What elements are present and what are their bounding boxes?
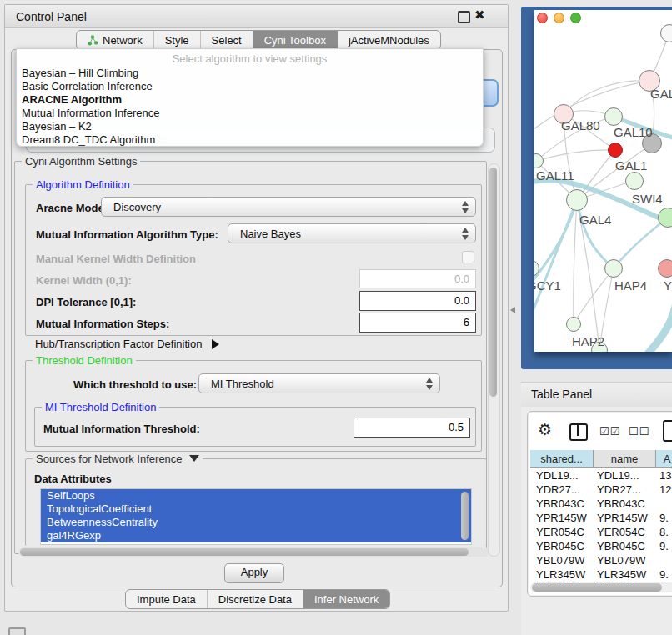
column-header-name[interactable]: name xyxy=(594,450,656,468)
settings-horizontal-scrollbar-track[interactable] xyxy=(18,548,489,557)
mi-type-combo[interactable]: Naive Bayes xyxy=(228,223,476,243)
tab-impute-data[interactable]: Impute Data xyxy=(126,590,208,608)
threshold-definition-title: Threshold Definition xyxy=(33,354,136,367)
dropdown-item-bayesian-k2[interactable]: Bayesian – K2 xyxy=(17,120,483,133)
table-cell[interactable]: YER054C xyxy=(536,525,591,539)
tab-jactivemnodules[interactable]: jActiveMNodules xyxy=(338,31,440,49)
table-cell[interactable]: YBR045C xyxy=(597,539,652,553)
table-cell[interactable]: 12 xyxy=(659,482,672,497)
tab-infer-network[interactable]: Infer Network xyxy=(303,590,389,608)
table-horizontal-scrollbar-track[interactable] xyxy=(530,582,672,592)
algorithm-combo-focused-fragment[interactable] xyxy=(482,79,499,107)
network-node-gal1[interactable] xyxy=(625,172,644,190)
which-threshold-label: Which threshold to use: xyxy=(73,378,197,391)
node-label-y: Y xyxy=(664,278,672,292)
network-canvas[interactable]: GAL GAL80 GAL10 GAL1 GAL11 SWI4 GAL4 GCY… xyxy=(534,10,672,352)
mi-threshold-field[interactable]: 0.5 xyxy=(354,418,470,438)
network-node-gal10[interactable] xyxy=(604,108,623,126)
data-attributes-list[interactable]: SelfLoops TopologicalCoefficient Between… xyxy=(40,488,472,545)
table-cell[interactable]: YBR043C xyxy=(536,497,591,511)
table-cell[interactable] xyxy=(659,497,672,511)
show-columns-icon[interactable] xyxy=(569,423,588,441)
table-cell[interactable]: YDL19... xyxy=(597,468,652,482)
table-cell[interactable]: 9. xyxy=(659,539,672,553)
panel-divider-arrow-icon[interactable] xyxy=(510,307,515,313)
hub-definition-label: Hub/Transcription Factor Definition xyxy=(35,338,202,350)
node-label-gal80: GAL80 xyxy=(561,118,600,132)
table-cell[interactable]: YER054C xyxy=(597,525,652,539)
sources-group-title[interactable]: Sources for Network Inference xyxy=(33,452,203,465)
table-cell[interactable]: YPR145W xyxy=(597,511,652,525)
algorithm-dropdown-popup: Select algorithm to view settings Bayesi… xyxy=(16,48,484,147)
settings-vertical-scrollbar-track[interactable] xyxy=(488,163,500,557)
dropdown-item-aracne[interactable]: ARACNE Algorithm xyxy=(17,93,483,107)
table-horizontal-scrollbar-thumb[interactable] xyxy=(532,583,662,592)
kernel-width-field[interactable]: 0.0 xyxy=(359,269,476,288)
which-threshold-value: MI Threshold xyxy=(211,378,274,390)
mi-steps-field[interactable]: 6 xyxy=(359,312,476,332)
function-builder-icon[interactable] xyxy=(663,420,672,442)
mi-threshold-definition-group: MI Threshold Definition Mutual Informati… xyxy=(34,407,476,447)
table-cell[interactable]: 8. xyxy=(659,525,672,539)
mi-steps-label: Mutual Information Steps: xyxy=(36,318,169,330)
table-cell[interactable]: YBR043C xyxy=(597,497,652,511)
list-item-selfloops[interactable]: SelfLoops xyxy=(41,489,471,502)
list-item-gal4rgexp[interactable]: gal4RGexp xyxy=(41,529,471,542)
table-cell[interactable]: YDR27... xyxy=(597,482,652,497)
table-cell[interactable] xyxy=(659,553,672,568)
manual-kernel-checkbox[interactable] xyxy=(462,251,474,263)
settings-vertical-scrollbar-thumb[interactable] xyxy=(489,168,497,397)
list-vertical-scrollbar[interactable] xyxy=(461,492,469,540)
table-cell[interactable]: YPR145W xyxy=(536,511,591,525)
node-label-gal1: GAL1 xyxy=(615,158,647,172)
select-all-checkboxes-icon[interactable]: ☑☑ xyxy=(599,425,620,438)
tab-style[interactable]: Style xyxy=(154,31,201,49)
dropdown-item-dream8[interactable]: Dream8 DC_TDC Algorithm xyxy=(17,133,483,147)
table-panel-title: Table Panel xyxy=(531,388,592,401)
mi-threshold-definition-title: MI Threshold Definition xyxy=(42,401,159,413)
tab-discretize-data[interactable]: Discretize Data xyxy=(208,590,303,608)
unselect-all-checkboxes-icon[interactable]: ☐☐ xyxy=(629,425,649,438)
network-node-gal4[interactable] xyxy=(566,189,588,211)
tab-cyni-toolbox[interactable]: Cyni Toolbox xyxy=(253,31,338,49)
dropdown-item-bayesian-hill-climbing[interactable]: Bayesian – Hill Climbing xyxy=(17,67,483,80)
close-panel-icon[interactable]: ✖ xyxy=(474,8,485,22)
threshold-definition-group: Threshold Definition Which threshold to … xyxy=(25,360,482,452)
float-window-button[interactable] xyxy=(458,11,470,23)
table-header-row: shared... name A xyxy=(530,450,672,468)
column-header-partial[interactable]: A xyxy=(656,450,672,468)
settings-horizontal-scrollbar-thumb[interactable] xyxy=(20,548,469,556)
aracne-mode-combo[interactable]: Discovery xyxy=(101,197,476,217)
tab-select[interactable]: Select xyxy=(201,31,253,49)
network-node-swi4[interactable] xyxy=(658,208,672,228)
hub-definition-toggle[interactable]: Hub/Transcription Factor Definition xyxy=(35,338,219,350)
list-item-betweennesscentrality[interactable]: BetweennessCentrality xyxy=(41,516,471,529)
table-cell[interactable]: YBL079W xyxy=(536,553,591,568)
network-node-hap4[interactable] xyxy=(604,259,623,278)
table-cell[interactable]: YDR27... xyxy=(536,482,591,497)
which-threshold-combo[interactable]: MI Threshold xyxy=(198,373,440,393)
table-cell[interactable]: YBL079W xyxy=(597,553,652,568)
settings-gear-icon[interactable]: ⚙ xyxy=(538,420,552,439)
dropdown-item-basic-correlation[interactable]: Basic Correlation Inference xyxy=(17,80,483,93)
tab-network[interactable]: Network xyxy=(77,31,154,49)
cyni-algorithm-settings-group: Cyni Algorithm Settings Algorithm Defini… xyxy=(14,161,487,554)
tab-network-label: Network xyxy=(103,34,143,47)
list-item-topologicalcoefficient[interactable]: TopologicalCoefficient xyxy=(41,502,471,516)
network-icon xyxy=(88,35,98,46)
mi-type-label: Mutual Information Algorithm Type: xyxy=(36,228,218,241)
node-label-gal10: GAL10 xyxy=(614,125,653,139)
table-cell[interactable]: 9. xyxy=(659,511,672,525)
network-node-hap2[interactable] xyxy=(566,317,581,332)
network-node-salmon[interactable] xyxy=(658,259,672,278)
column-header-shared[interactable]: shared... xyxy=(530,450,594,468)
dropdown-item-mutual-information[interactable]: Mutual Information Inference xyxy=(17,107,483,120)
minimized-icon-fragment xyxy=(8,628,26,635)
table-cell[interactable]: YBR045C xyxy=(536,539,591,553)
data-attributes-label: Data Attributes xyxy=(34,472,112,485)
table-cell[interactable]: YDL19... xyxy=(536,468,591,482)
dpi-tolerance-field[interactable]: 0.0 xyxy=(359,291,476,311)
network-node-selected-red[interactable] xyxy=(608,142,623,158)
apply-button[interactable]: Apply xyxy=(224,563,284,583)
table-cell[interactable]: 13 xyxy=(659,468,672,482)
